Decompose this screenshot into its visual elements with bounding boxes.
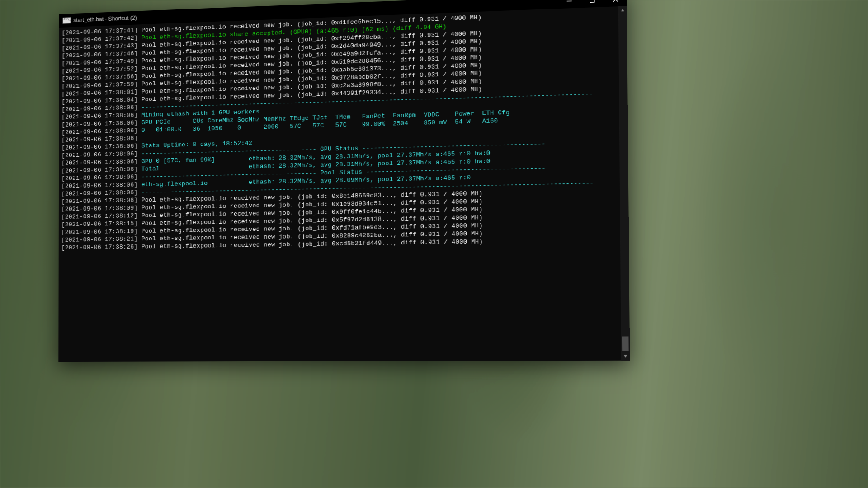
svg-rect-0	[590, 0, 594, 3]
cmd-icon	[63, 17, 71, 24]
minimize-button[interactable]	[558, 0, 581, 9]
terminal-output: [2021-09-06 17:37:41] Pool eth-sg.flexpo…	[58, 6, 630, 364]
window-title: start_eth.bat - Shortcut (2)	[73, 14, 137, 23]
terminal-window: start_eth.bat - Shortcut (2) [2021-09-06…	[58, 0, 630, 362]
scroll-down-button[interactable]: ▼	[621, 352, 630, 361]
scroll-thumb[interactable]	[622, 336, 629, 351]
scroll-up-button[interactable]: ▲	[618, 6, 627, 14]
